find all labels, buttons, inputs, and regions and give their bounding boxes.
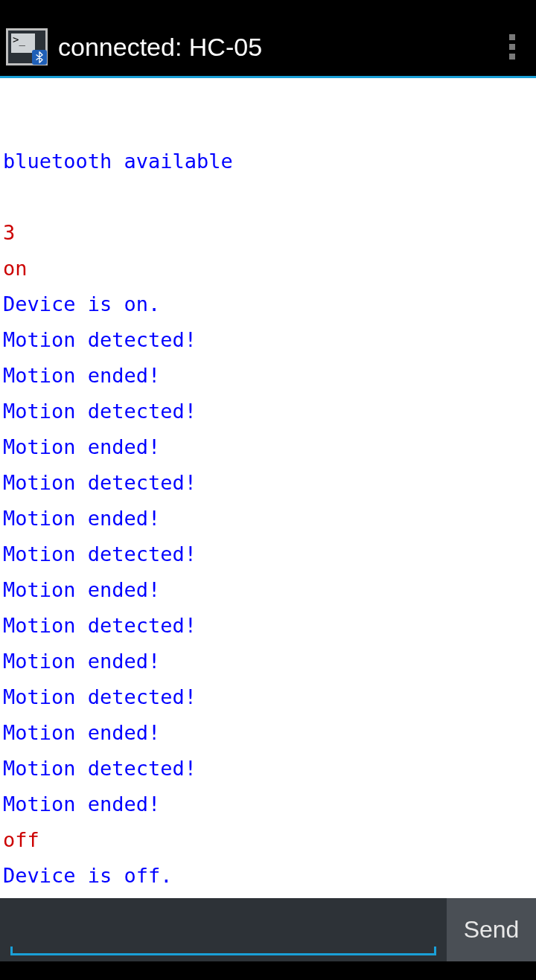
overflow-dot-icon (509, 34, 515, 40)
terminal-line: Motion detected! (3, 679, 533, 715)
command-input[interactable] (10, 911, 436, 955)
terminal-line: Motion detected! (3, 394, 533, 429)
app-title-bar: >_ connected: HC-05 (0, 18, 536, 76)
overflow-menu-button[interactable] (494, 29, 530, 65)
terminal-line: 3 (3, 215, 533, 251)
terminal-line (3, 179, 533, 215)
terminal-line: Motion ended! (3, 644, 533, 679)
title-text: connected: HC-05 (58, 33, 494, 62)
terminal-line: on (3, 251, 533, 286)
terminal-line: Motion ended! (3, 358, 533, 394)
terminal-line: bluetooth available (3, 144, 533, 179)
terminal-line: Device is off. (3, 858, 533, 894)
overflow-dot-icon (509, 54, 515, 60)
android-navigation-bar (0, 961, 536, 980)
terminal-line: Device is on. (3, 286, 533, 322)
terminal-line: Motion detected! (3, 465, 533, 501)
terminal-output[interactable]: bluetooth available 3onDevice is on.Moti… (0, 78, 536, 898)
send-button[interactable]: Send (447, 898, 536, 961)
terminal-line: Motion detected! (3, 608, 533, 644)
terminal-line: Motion ended! (3, 715, 533, 751)
terminal-line: Motion ended! (3, 787, 533, 822)
terminal-line (3, 108, 533, 144)
terminal-line: Motion detected! (3, 537, 533, 572)
input-underline-tick-icon (10, 947, 13, 955)
bluetooth-icon (32, 50, 47, 65)
input-bar: Send (0, 898, 536, 961)
overflow-dot-icon (509, 44, 515, 50)
terminal-icon: >_ (11, 33, 35, 53)
terminal-line: Motion ended! (3, 429, 533, 465)
terminal-line: off (3, 822, 533, 858)
terminal-line: Motion ended! (3, 501, 533, 537)
input-underline-tick-icon (434, 947, 436, 955)
terminal-line: Motion detected! (3, 322, 533, 358)
input-wrap (0, 898, 447, 961)
android-status-bar (0, 0, 536, 18)
terminal-line: Motion detected! (3, 751, 533, 787)
terminal-line: Motion ended! (3, 572, 533, 608)
app-icon: >_ (6, 28, 48, 65)
terminal-line (3, 78, 533, 108)
